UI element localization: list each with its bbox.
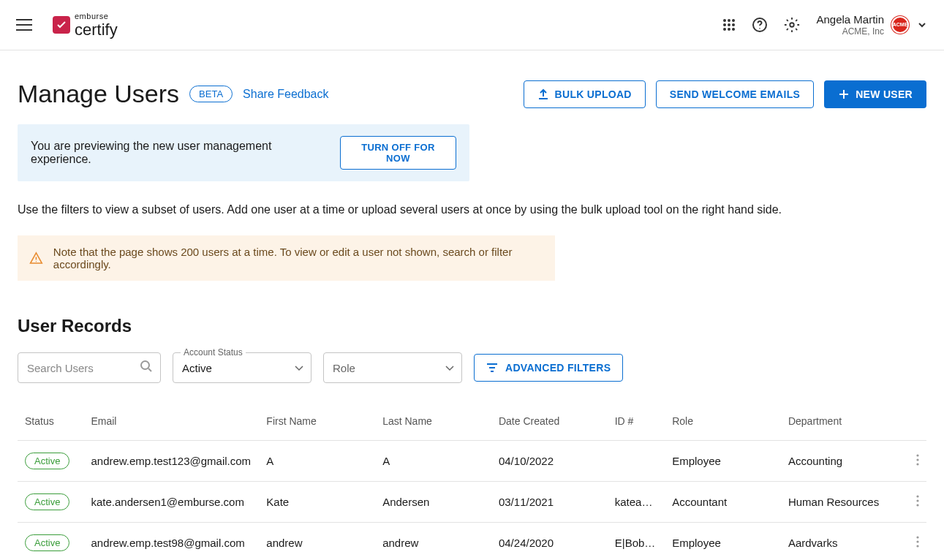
apps-button[interactable] — [722, 18, 736, 31]
search-input[interactable] — [18, 362, 160, 374]
caret-down-icon — [295, 361, 303, 374]
svg-point-10 — [760, 28, 761, 29]
cell-email: kate.andersen1@emburse.com — [83, 482, 259, 523]
svg-point-4 — [728, 23, 730, 26]
col-header-status[interactable]: Status — [18, 408, 83, 441]
status-badge: Active — [25, 493, 69, 510]
new-user-button[interactable]: NEW USER — [824, 80, 926, 108]
cell-date: 03/11/2021 — [491, 482, 608, 523]
table-header-row: Status Email First Name Last Name Date C… — [18, 408, 926, 441]
avatar: ACME — [891, 16, 909, 34]
hamburger-icon — [16, 19, 32, 31]
col-header-last-name[interactable]: Last Name — [375, 408, 491, 441]
preview-banner-text: You are previewing the new user manageme… — [31, 140, 327, 166]
user-menu[interactable]: Angela Martin ACME, Inc ACME — [816, 13, 928, 37]
svg-point-8 — [732, 28, 735, 31]
beta-chip: BETA — [189, 86, 233, 102]
turn-off-preview-button[interactable]: TURN OFF FOR NOW — [340, 136, 456, 170]
table-row[interactable]: Activekate.andersen1@emburse.comKateAnde… — [18, 482, 926, 523]
menu-toggle[interactable] — [16, 19, 34, 31]
help-button[interactable] — [752, 17, 768, 33]
svg-point-18 — [916, 499, 918, 502]
warning-banner: Note that the page shows 200 users at a … — [18, 235, 555, 281]
cell-date: 04/24/2020 — [491, 523, 608, 561]
section-title: User Records — [18, 316, 926, 336]
svg-point-15 — [916, 458, 918, 461]
role-select[interactable]: Role — [323, 352, 462, 383]
cell-dept: Human Resources — [781, 482, 897, 523]
cell-email: andrew.emp.test123@gmail.com — [83, 441, 259, 482]
send-welcome-emails-button[interactable]: SEND WELCOME EMAILS — [656, 80, 814, 108]
search-users[interactable] — [18, 352, 161, 383]
app-logo[interactable]: emburse certify — [53, 12, 118, 38]
svg-point-16 — [916, 463, 918, 465]
more-vertical-icon — [916, 536, 919, 548]
col-header-email[interactable]: Email — [83, 408, 259, 441]
row-actions-button[interactable] — [916, 536, 919, 548]
chevron-down-icon — [916, 19, 928, 31]
col-header-first-name[interactable]: First Name — [259, 408, 375, 441]
caret-down-icon — [445, 361, 454, 374]
advanced-filters-button[interactable]: ADVANCED FILTERS — [474, 354, 623, 382]
settings-button[interactable] — [784, 17, 800, 33]
status-badge: Active — [25, 453, 69, 469]
cell-role: Accountant — [665, 482, 781, 523]
svg-point-1 — [728, 19, 730, 22]
cell-first-name: andrew — [259, 523, 375, 561]
row-actions-button[interactable] — [916, 495, 919, 507]
svg-point-3 — [723, 23, 726, 26]
cell-id — [608, 441, 665, 482]
plus-icon — [838, 88, 850, 100]
svg-point-12 — [36, 261, 37, 262]
search-icon — [140, 360, 153, 376]
cell-last-name: A — [375, 441, 491, 482]
svg-point-14 — [916, 454, 918, 456]
col-header-id[interactable]: ID # — [608, 408, 665, 441]
cell-role: Employee — [665, 441, 781, 482]
svg-point-20 — [916, 536, 918, 538]
svg-point-6 — [723, 28, 726, 31]
svg-point-17 — [916, 495, 918, 497]
filter-icon — [486, 363, 498, 372]
table-row[interactable]: Activeandrew.emp.test123@gmail.comAA04/1… — [18, 441, 926, 482]
avatar-text: ACME — [893, 22, 908, 27]
cell-role: Employee — [665, 523, 781, 561]
user-records-table: Status Email First Name Last Name Date C… — [18, 408, 926, 560]
help-icon — [752, 17, 768, 33]
cell-dept: Accounting — [781, 441, 897, 482]
warning-text: Note that the page shows 200 users at a … — [53, 246, 543, 270]
svg-point-21 — [916, 540, 918, 542]
warning-icon — [29, 251, 43, 265]
role-placeholder: Role — [333, 362, 355, 374]
user-company: ACME, Inc — [816, 26, 884, 37]
account-status-select[interactable]: Account Status Active — [173, 352, 311, 383]
svg-point-19 — [916, 504, 918, 506]
user-name: Angela Martin — [816, 13, 884, 26]
svg-point-11 — [790, 23, 795, 27]
bulk-upload-label: BULK UPLOAD — [555, 88, 632, 100]
svg-point-22 — [916, 545, 918, 547]
table-row[interactable]: Activeandrew.emp.test98@gmail.comandrewa… — [18, 523, 926, 561]
cell-first-name: A — [259, 441, 375, 482]
logo-brand-top: emburse — [75, 12, 118, 20]
col-header-role[interactable]: Role — [665, 408, 781, 441]
col-header-department[interactable]: Department — [781, 408, 897, 441]
more-vertical-icon — [916, 454, 919, 466]
cell-id: katean… — [608, 482, 665, 523]
cell-dept: Aardvarks — [781, 523, 897, 561]
cell-id: E|Bob … — [608, 523, 665, 561]
svg-point-13 — [141, 361, 149, 369]
apps-grid-icon — [722, 18, 736, 31]
gear-icon — [784, 17, 800, 33]
col-header-date-created[interactable]: Date Created — [491, 408, 608, 441]
send-welcome-label: SEND WELCOME EMAILS — [670, 88, 800, 100]
row-actions-button[interactable] — [916, 454, 919, 466]
cell-email: andrew.emp.test98@gmail.com — [83, 523, 259, 561]
upload-icon — [537, 88, 549, 100]
bulk-upload-button[interactable]: BULK UPLOAD — [524, 80, 646, 108]
share-feedback-link[interactable]: Share Feedback — [243, 88, 328, 101]
cell-last-name: andrew — [375, 523, 491, 561]
app-header: emburse certify Angela Martin ACME, Inc … — [0, 0, 944, 50]
account-status-value: Active — [182, 362, 212, 374]
advanced-filters-label: ADVANCED FILTERS — [505, 362, 611, 374]
